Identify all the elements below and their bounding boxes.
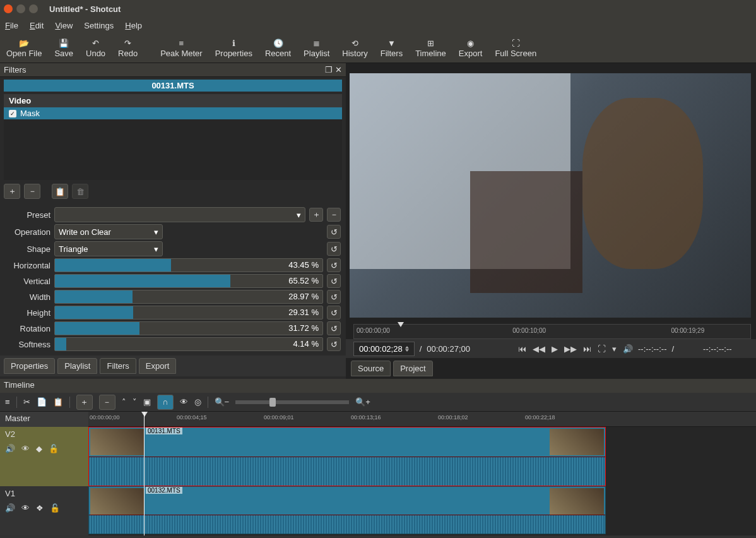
frame-forward-icon[interactable]: ▶▶ xyxy=(564,344,577,354)
reset-shape-button[interactable]: ↺ xyxy=(327,242,341,256)
skip-end-icon[interactable]: ⏭ xyxy=(583,344,591,354)
reset-param-button[interactable]: ↺ xyxy=(327,306,341,320)
timeline-ruler[interactable]: 00:00:00;00 00:00:04;15 00:00:09;01 00:0… xyxy=(88,412,756,427)
zoom-icon[interactable]: ⛶ xyxy=(598,344,606,354)
filters-button[interactable]: ▼Filters xyxy=(374,36,409,59)
timeline-menu-icon[interactable]: ≡ xyxy=(5,397,10,407)
chevron-down-icon[interactable]: ▾ xyxy=(612,344,617,354)
tab-playlist[interactable]: Playlist xyxy=(57,358,97,374)
param-label: Horizontal xyxy=(5,261,50,270)
reset-param-button[interactable]: ↺ xyxy=(327,258,341,272)
menu-settings[interactable]: Settings xyxy=(84,21,114,30)
param-slider-horizontal[interactable]: 43.45 % xyxy=(54,258,323,272)
paste-icon[interactable]: 📋 xyxy=(53,397,63,407)
delete-preset-button[interactable]: － xyxy=(327,208,341,222)
tab-properties[interactable]: Properties xyxy=(4,358,55,374)
save-preset-button[interactable]: ＋ xyxy=(309,208,323,222)
operation-select[interactable]: Write on Clear▾ xyxy=(54,224,163,239)
menu-file[interactable]: File xyxy=(5,21,18,30)
preset-select[interactable]: ▾ xyxy=(54,207,305,222)
timeline-playhead[interactable] xyxy=(144,412,145,535)
param-slider-rotation[interactable]: 31.72 % xyxy=(54,321,323,335)
mute-icon[interactable]: 🔊 xyxy=(5,503,15,513)
undo-button[interactable]: ↶Undo xyxy=(80,36,112,59)
ripple-icon[interactable]: ◎ xyxy=(194,397,201,407)
copy-icon[interactable]: 📄 xyxy=(37,397,47,407)
param-slider-softness[interactable]: 4.14 % xyxy=(54,337,323,351)
hide-icon[interactable]: 👁 xyxy=(21,503,30,513)
tab-source[interactable]: Source xyxy=(351,361,391,376)
param-slider-width[interactable]: 28.97 % xyxy=(54,290,323,304)
split-icon[interactable]: ▣ xyxy=(143,397,151,407)
window-minimize-button[interactable] xyxy=(16,4,25,13)
paste-filter-button[interactable]: 🗑 xyxy=(72,184,88,199)
timeline-playhead-handle[interactable] xyxy=(141,412,148,417)
clip-v2[interactable]: 00131.MTS xyxy=(88,427,606,486)
reset-param-button[interactable]: ↺ xyxy=(327,321,341,335)
snap-icon[interactable]: ∩ xyxy=(157,395,174,410)
append-icon[interactable]: ＋ xyxy=(76,395,93,410)
hide-icon[interactable]: 👁 xyxy=(21,444,30,453)
timeline-button[interactable]: ⊞Timeline xyxy=(409,36,452,59)
overwrite-icon[interactable]: ˅ xyxy=(133,397,137,407)
playlist-button[interactable]: ≣Playlist xyxy=(297,36,336,59)
window-close-button[interactable] xyxy=(4,4,13,13)
full-screen-button[interactable]: ⛶Full Screen xyxy=(488,36,543,59)
reset-operation-button[interactable]: ↺ xyxy=(327,225,341,239)
lift-icon[interactable]: ˄ xyxy=(122,397,126,407)
lock-icon[interactable]: 🔓 xyxy=(49,444,59,453)
remove-icon[interactable]: － xyxy=(99,395,115,410)
composite-icon[interactable]: ❖ xyxy=(36,503,44,513)
param-slider-vertical[interactable]: 65.52 % xyxy=(54,274,323,288)
frame-back-icon[interactable]: ◀◀ xyxy=(533,344,545,354)
properties-button[interactable]: ℹProperties xyxy=(209,36,259,59)
cut-icon[interactable]: ✂ xyxy=(23,397,30,407)
reset-param-button[interactable]: ↺ xyxy=(327,290,341,304)
scrub-audio-icon[interactable]: 👁 xyxy=(180,397,188,407)
save-button[interactable]: 💾Save xyxy=(48,36,80,59)
zoom-in-icon[interactable]: 🔍+ xyxy=(355,397,370,407)
player-scrub-bar[interactable]: 00:00:00;00 00:00:10;00 00:00:19;29 xyxy=(353,324,751,339)
video-preview[interactable] xyxy=(350,73,751,318)
reset-param-button[interactable]: ↺ xyxy=(327,274,341,288)
player-playhead[interactable] xyxy=(398,322,404,327)
composite-icon[interactable]: ◆ xyxy=(36,444,42,453)
tab-filters[interactable]: Filters xyxy=(100,358,136,374)
remove-filter-button[interactable]: － xyxy=(24,184,40,199)
play-icon[interactable]: ▶ xyxy=(552,344,558,354)
redo-button[interactable]: ↷Redo xyxy=(112,36,144,59)
menu-edit[interactable]: Edit xyxy=(30,21,44,30)
zoom-out-icon[interactable]: 🔍− xyxy=(215,397,230,407)
filter-name: Mask xyxy=(20,109,40,118)
filter-checkbox[interactable]: ✓ xyxy=(9,110,16,117)
peak-meter-button[interactable]: ≡Peak Meter xyxy=(154,36,208,59)
track-header-v2[interactable]: V2 🔊 👁 ◆ 🔓 xyxy=(0,427,88,486)
zoom-slider[interactable] xyxy=(235,400,349,404)
window-maximize-button[interactable] xyxy=(29,4,38,13)
param-slider-height[interactable]: 29.31 % xyxy=(54,306,323,320)
recent-button[interactable]: 🕓Recent xyxy=(259,36,297,59)
filter-item-mask[interactable]: ✓ Mask xyxy=(4,107,342,119)
clip-v1[interactable]: 00132.MTS xyxy=(88,486,606,534)
track-header-v1[interactable]: V1 🔊 👁 ❖ 🔓 xyxy=(0,486,88,535)
reset-param-button[interactable]: ↺ xyxy=(327,337,341,351)
close-panel-icon[interactable]: ✕ xyxy=(335,65,342,75)
menu-help[interactable]: Help xyxy=(125,21,142,30)
current-timecode[interactable]: 00:00:02;28 xyxy=(353,342,415,356)
undock-icon[interactable]: ❐ xyxy=(325,65,333,75)
mute-icon[interactable]: 🔊 xyxy=(5,444,15,453)
open-file-button[interactable]: 📂Open File xyxy=(0,36,48,59)
menu-view[interactable]: View xyxy=(55,21,73,30)
add-filter-button[interactable]: ＋ xyxy=(4,184,20,199)
history-button[interactable]: ⟲History xyxy=(336,36,374,59)
tab-project[interactable]: Project xyxy=(393,361,432,376)
shape-select[interactable]: Triangle▾ xyxy=(54,241,163,256)
lock-icon[interactable]: 🔓 xyxy=(50,503,60,513)
clip-thumbnail-start xyxy=(90,488,145,515)
skip-start-icon[interactable]: ⏮ xyxy=(518,344,526,354)
tab-export[interactable]: Export xyxy=(139,358,177,374)
master-track-header[interactable]: Master xyxy=(0,412,88,427)
export-button[interactable]: ◉Export xyxy=(452,36,489,59)
volume-icon[interactable]: 🔊 xyxy=(623,344,633,354)
copy-filter-button[interactable]: 📋 xyxy=(52,184,68,199)
